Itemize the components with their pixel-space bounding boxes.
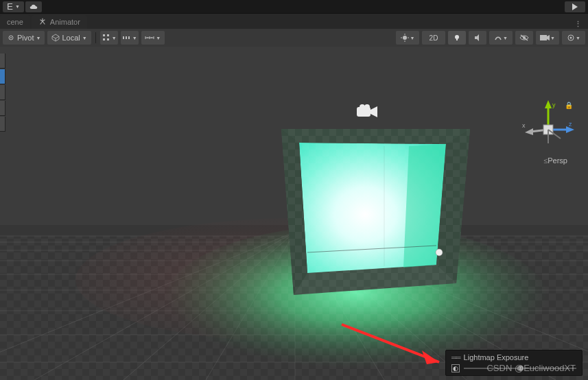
tab-scene[interactable]: cene xyxy=(0,15,30,29)
play-button[interactable] xyxy=(565,1,585,12)
projection-label[interactable]: ≤Persp xyxy=(543,156,567,165)
overlay-handle[interactable] xyxy=(0,54,5,69)
pivot-label: Pivot xyxy=(17,34,34,42)
exposure-controls: ◐ xyxy=(451,364,576,372)
svg-point-16 xyxy=(570,37,572,39)
grid-snap-button[interactable]: ▼ xyxy=(100,31,118,45)
overlay-handle[interactable] xyxy=(0,117,5,132)
svg-marker-66 xyxy=(525,128,533,135)
ruler-icon xyxy=(145,33,154,43)
exposure-slider-thumb[interactable] xyxy=(518,366,524,371)
snap-icon xyxy=(122,33,132,43)
camera-icon xyxy=(540,34,550,41)
axis-y-label: y xyxy=(552,102,556,108)
chevron-down-icon: ▼ xyxy=(112,36,117,40)
projection-text: Persp xyxy=(548,156,567,165)
exposure-slider[interactable] xyxy=(464,368,576,369)
overlay-handle[interactable] xyxy=(0,101,5,116)
lightbulb-icon xyxy=(453,34,461,42)
snap-increment-button[interactable]: ▼ xyxy=(121,31,139,45)
top-menu-right xyxy=(565,1,585,12)
draw-mode-dropdown[interactable]: ▼ xyxy=(396,31,419,45)
measure-button[interactable]: ▼ xyxy=(141,31,165,45)
pivot-dropdown[interactable]: Pivot ▼ xyxy=(3,31,45,45)
axis-x-label: x xyxy=(522,122,526,129)
tab-animator-label: Animator xyxy=(50,18,80,26)
svg-rect-2 xyxy=(123,36,124,39)
exposure-contrast-icon[interactable]: ◐ xyxy=(451,364,460,372)
speaker-icon xyxy=(473,34,482,42)
camera-toggle[interactable]: ▼ xyxy=(536,31,559,45)
svg-rect-14 xyxy=(540,35,547,40)
svg-point-1 xyxy=(10,37,12,38)
cloud-button[interactable] xyxy=(25,1,42,12)
grid-tools: ▼ ▼ ▼ xyxy=(100,31,165,45)
panel-menu-button[interactable]: ⋮ xyxy=(569,20,588,29)
svg-marker-52 xyxy=(281,129,470,144)
svg-rect-4 xyxy=(128,36,130,39)
tool-overlay-handles xyxy=(0,54,5,132)
svg-point-59 xyxy=(360,104,365,110)
chevron-down-icon: ▼ xyxy=(576,36,580,40)
local-dropdown[interactable]: Local ▼ xyxy=(47,31,91,45)
gizmos-dropdown[interactable]: ▼ xyxy=(562,31,585,45)
svg-point-60 xyxy=(364,104,370,110)
two-d-toggle[interactable]: 2D xyxy=(422,31,445,45)
cloud-icon xyxy=(29,3,38,10)
pivot-icon xyxy=(7,34,15,42)
grid-icon xyxy=(102,33,111,43)
two-d-label: 2D xyxy=(430,34,438,42)
svg-rect-3 xyxy=(126,36,127,39)
axis-z-label: z xyxy=(569,121,572,128)
top-menu-bar: E ▼ xyxy=(0,0,588,14)
overlay-handle[interactable] xyxy=(0,85,5,100)
cube-icon xyxy=(51,34,60,42)
visibility-toggle[interactable] xyxy=(515,31,533,45)
drag-handle-icon[interactable]: ══ xyxy=(451,353,460,361)
scene-toolbar-right: ▼ 2D ▼ ▼ ▼ xyxy=(396,31,585,45)
animator-icon xyxy=(38,18,47,26)
overlay-handle-selected[interactable] xyxy=(0,69,5,84)
svg-point-55 xyxy=(436,249,443,256)
svg-point-5 xyxy=(403,36,407,40)
chevron-down-icon: ▼ xyxy=(156,36,161,40)
exposure-title-row: ══ Lightmap Exposure xyxy=(451,353,576,361)
panel-tab-bar: cene Animator ⋮ xyxy=(0,14,588,29)
chevron-down-icon: ▼ xyxy=(132,36,137,40)
orientation-gizmo[interactable]: y z x xyxy=(521,99,576,161)
effects-icon xyxy=(494,34,502,42)
chevron-down-icon: ▼ xyxy=(82,36,87,40)
local-label: Local xyxy=(62,34,80,42)
menu-e-label: E xyxy=(7,1,13,12)
scene-render xyxy=(0,47,588,380)
audio-toggle[interactable] xyxy=(469,31,486,45)
svg-point-10 xyxy=(455,35,459,39)
edit-menu-button[interactable]: E ▼ xyxy=(3,1,24,12)
gizmo-icon xyxy=(567,34,575,42)
scene-toolbar: Pivot ▼ Local ▼ ▼ ▼ ▼ ▼ 2D xyxy=(0,29,588,47)
camera-gizmo-icon xyxy=(357,104,377,121)
svg-rect-11 xyxy=(456,39,458,40)
sun-icon xyxy=(401,34,409,42)
exposure-title: Lightmap Exposure xyxy=(464,353,529,361)
top-menu-left: E ▼ xyxy=(3,1,42,12)
chevron-down-icon: ▼ xyxy=(503,36,508,40)
chevron-down-icon: ▼ xyxy=(15,4,20,9)
lighting-toggle[interactable] xyxy=(448,31,466,45)
svg-marker-62 xyxy=(545,100,552,108)
tab-scene-label: cene xyxy=(7,18,23,26)
separator xyxy=(95,32,96,43)
lightmap-exposure-panel: ══ Lightmap Exposure ◐ xyxy=(445,350,583,376)
scene-viewport[interactable]: 🔒 y z x ≤Persp ══ Lightmap Exposure ◐ CS… xyxy=(0,47,588,380)
eye-off-icon xyxy=(519,34,529,42)
play-icon xyxy=(572,3,578,10)
effects-dropdown[interactable]: ▼ xyxy=(489,31,513,45)
tab-animator[interactable]: Animator xyxy=(32,15,87,29)
chevron-down-icon: ▼ xyxy=(410,36,415,40)
chevron-down-icon: ▼ xyxy=(550,36,555,40)
chevron-down-icon: ▼ xyxy=(36,36,40,40)
